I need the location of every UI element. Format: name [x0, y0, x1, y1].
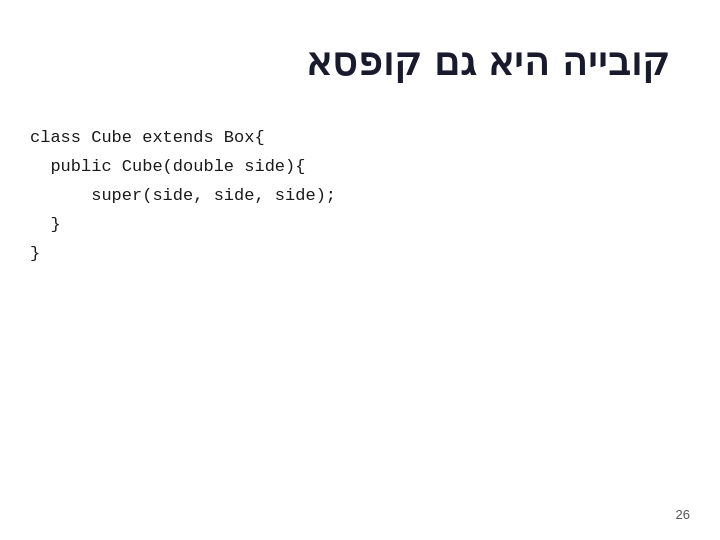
page-number: 26 [676, 507, 690, 522]
code-section: class Cube extends Box{ public Cube(doub… [0, 104, 720, 288]
code-line-2: public Cube(double side){ [30, 157, 305, 176]
slide: קובייה היא גם קופסא class Cube extends B… [0, 0, 720, 540]
title-section: קובייה היא גם קופסא [0, 0, 720, 104]
code-line-3: super(side, side, side); [30, 186, 336, 205]
code-block: class Cube extends Box{ public Cube(doub… [30, 124, 690, 268]
slide-title: קובייה היא גם קופסא [306, 41, 670, 83]
code-line-4: } [30, 215, 61, 234]
code-line-1: class Cube extends Box{ [30, 128, 265, 147]
code-line-5: } [30, 244, 40, 263]
